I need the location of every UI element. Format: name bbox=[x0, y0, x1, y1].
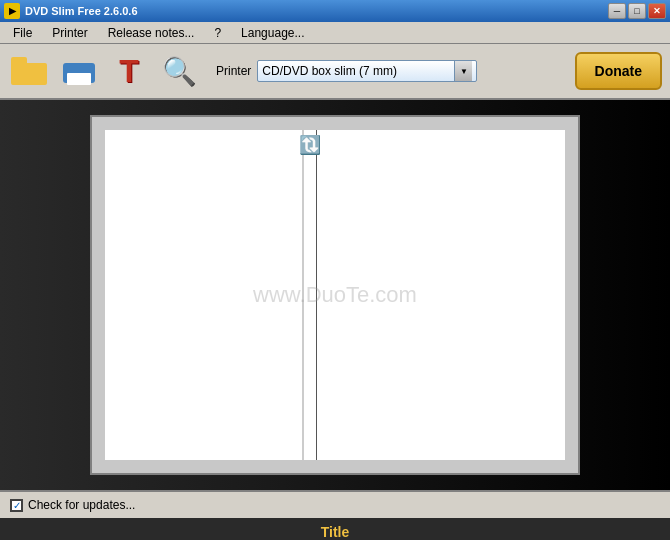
menu-bar: File Printer Release notes... ? Language… bbox=[0, 22, 670, 44]
window-controls[interactable]: ─ □ ✕ bbox=[608, 3, 666, 19]
printer-dropdown-arrow[interactable]: ▼ bbox=[454, 61, 472, 81]
printer-icon bbox=[61, 55, 97, 87]
footer-title-bar: Title bbox=[0, 518, 670, 540]
printer-selector-wrapper: Printer CD/DVD box slim (7 mm) ▼ bbox=[208, 60, 567, 82]
print-button[interactable] bbox=[58, 50, 100, 92]
footer-title-text: Title bbox=[321, 524, 350, 540]
printer-select[interactable]: CD/DVD box slim (7 mm) ▼ bbox=[257, 60, 477, 82]
open-folder-button[interactable] bbox=[8, 50, 50, 92]
title-bar: ▶ DVD Slim Free 2.6.0.6 ─ □ ✕ bbox=[0, 0, 670, 22]
window-title: DVD Slim Free 2.6.0.6 bbox=[25, 5, 138, 17]
folder-icon bbox=[11, 57, 47, 85]
printer-label: Printer bbox=[216, 64, 251, 78]
printer-select-value: CD/DVD box slim (7 mm) bbox=[262, 64, 454, 78]
text-icon: T bbox=[119, 55, 139, 87]
menu-help[interactable]: ? bbox=[205, 23, 230, 43]
panel-back bbox=[105, 130, 303, 460]
check-for-updates-checkbox[interactable]: ✓ bbox=[10, 499, 23, 512]
search-button[interactable]: 🔍 bbox=[158, 50, 200, 92]
title-bar-left: ▶ DVD Slim Free 2.6.0.6 bbox=[4, 3, 138, 19]
panel-spine: 🔃 bbox=[303, 130, 317, 460]
main-content: 🔃 www.DuoTe.com bbox=[0, 100, 670, 490]
preview-canvas: 🔃 www.DuoTe.com bbox=[90, 115, 580, 475]
menu-language[interactable]: Language... bbox=[232, 23, 313, 43]
close-button[interactable]: ✕ bbox=[648, 3, 666, 19]
checkbox-wrapper[interactable]: ✓ Check for updates... bbox=[10, 498, 135, 512]
bottom-bar: ✓ Check for updates... bbox=[0, 490, 670, 518]
text-button[interactable]: T bbox=[108, 50, 150, 92]
app-icon: ▶ bbox=[4, 3, 20, 19]
toolbar: T 🔍 Printer CD/DVD box slim (7 mm) ▼ Don… bbox=[0, 44, 670, 100]
donate-button[interactable]: Donate bbox=[575, 52, 662, 90]
menu-printer[interactable]: Printer bbox=[43, 23, 96, 43]
menu-file[interactable]: File bbox=[4, 23, 41, 43]
maximize-button[interactable]: □ bbox=[628, 3, 646, 19]
preview-inner: 🔃 www.DuoTe.com bbox=[105, 130, 565, 460]
spine-icon: 🔃 bbox=[299, 134, 321, 156]
menu-release-notes[interactable]: Release notes... bbox=[99, 23, 204, 43]
panel-front bbox=[317, 130, 565, 460]
minimize-button[interactable]: ─ bbox=[608, 3, 626, 19]
search-icon: 🔍 bbox=[162, 55, 197, 88]
check-for-updates-label: Check for updates... bbox=[28, 498, 135, 512]
